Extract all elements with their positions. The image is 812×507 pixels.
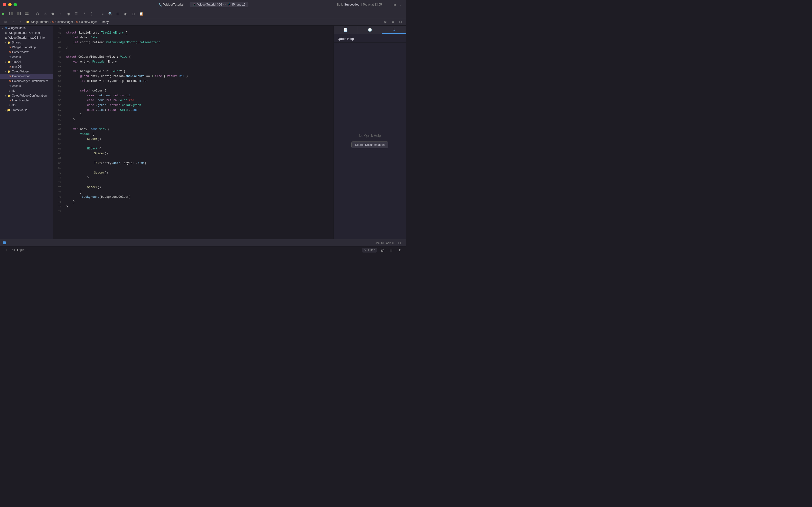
close-button[interactable] [3, 3, 6, 6]
git-button[interactable]: ◐ [122, 10, 129, 17]
search-documentation-button[interactable]: Search Documentation [351, 142, 388, 148]
code-editor[interactable]: 4041struct SimpleEntry: TimelineEntry {4… [53, 25, 334, 239]
sidebar-item-colourwidget-file[interactable]: ⚙ ColourWidget [0, 74, 53, 79]
assistant-btn[interactable]: ⊡ [397, 18, 404, 25]
code-line: 60 [53, 122, 334, 127]
code-text: case .blue: return Color.blue [65, 108, 334, 113]
sidebar-item-colourwidgetconfiguration[interactable]: ▾ 📁 ColourWidgetConfiguration [0, 93, 53, 98]
sidebar-item-frameworks[interactable]: › 📁 Frameworks [0, 108, 53, 113]
sidebar-item-intenthandler[interactable]: ⚙ IntentHandler [0, 98, 53, 103]
output-selector[interactable]: All Output ⌄ [12, 248, 28, 252]
hierarchy-button[interactable]: ⊞ [114, 10, 121, 17]
debug-toggle[interactable] [23, 10, 30, 17]
quick-help-btn[interactable]: ℹ [382, 25, 406, 34]
sidebar-item-label: WidgetTutorial–macOS–Info [8, 36, 45, 39]
scheme-label: WidgetTutorial (iOS) [197, 3, 223, 6]
fullscreen-button[interactable] [13, 3, 17, 6]
quick-help-body: No Quick Help Search Documentation [334, 43, 406, 239]
sidebar-item-label: ColourWidgetConfiguration [12, 94, 47, 97]
sidebar-item-colourwidget-group[interactable]: ▾ 📁 ColourWidget [0, 69, 53, 74]
localize-button[interactable]: ⟩ [88, 10, 95, 17]
report-button[interactable]: 📋 [138, 10, 145, 17]
content-tree-btn[interactable]: ⊞ [2, 18, 9, 25]
code-text: var entry: Provider.Entry [65, 59, 334, 64]
add-output-btn[interactable]: + [3, 247, 10, 253]
line-number: 42 [53, 35, 65, 40]
sidebar-item-macos-group[interactable]: ▾ 📁 macOS [0, 59, 53, 64]
bottom-panel: + All Output ⌄ ⚙ Filter 🗑 ⊞ ⬆ [0, 246, 406, 253]
sidebar-item-widgettutorialapp[interactable]: ⚙ WidgetTutorialApp [0, 45, 53, 50]
sidebar-item-colourwidgetconfig-intent[interactable]: ⚙ ColourWidget...urationIntent [0, 79, 53, 83]
code-text: Spacer() [65, 137, 334, 142]
sidebar-item-contentview[interactable]: ⚙ ContentView [0, 50, 53, 55]
file-hierarchy-button[interactable]: ≡ [99, 10, 106, 17]
split-output-btn[interactable]: ⊞ [388, 247, 394, 253]
fullscreen-toggle-button[interactable]: ⤢ [399, 2, 403, 7]
minimize-button[interactable] [8, 3, 12, 6]
test-button[interactable]: ✓ [57, 10, 64, 17]
line-number: 61 [53, 127, 65, 132]
run-button[interactable]: ▶ [2, 11, 5, 16]
project-name: WidgetTutorial [163, 3, 184, 6]
code-text: } [65, 204, 334, 209]
issue-button[interactable]: ⬟ [50, 10, 56, 17]
sidebar-item-assets2[interactable]: ⬡ Assets [0, 83, 53, 89]
inspector-icons: 📄 🕐 ℹ [334, 25, 406, 34]
breadcrumb-item-0[interactable]: WidgetTutorial [31, 20, 49, 24]
no-quick-help-text: No Quick Help [359, 134, 380, 137]
minimap-btn[interactable]: ≡ [390, 18, 396, 25]
expand-output-btn[interactable]: ⬆ [396, 247, 403, 253]
code-line: 48 [53, 64, 334, 69]
ios-icon: 📱 [193, 3, 196, 6]
scheme-tab[interactable]: 📱 WidgetTutorial (iOS) › 📱 iPhone 12 [190, 2, 248, 7]
breadcrumb-sep-0: › [50, 20, 51, 24]
file-inspector-btn[interactable]: 📄 [334, 25, 358, 34]
breadcrumb-item-2[interactable]: ColourWidget [79, 20, 97, 24]
environment-button[interactable]: ☰ [73, 10, 80, 17]
find-button[interactable]: 🔍 [107, 10, 114, 17]
related-files-btn[interactable]: ⊠ [382, 18, 389, 25]
ci-button[interactable]: ◻ [130, 10, 137, 17]
sidebar-item-info2[interactable]: ℹ Info [0, 103, 53, 108]
swift-file-icon: ⚙ [9, 99, 11, 102]
sidebar-item-ios-info[interactable]: 🗒 WidgetTutorial–iOS–Info [0, 31, 53, 35]
quick-help-header: Quick Help [334, 34, 406, 43]
line-number: 76 [53, 200, 65, 204]
statusbar: Line: 83 Col: 41 ⊡ [0, 239, 406, 246]
scm-button[interactable]: ⑂ [81, 10, 87, 17]
inspector-toggle[interactable] [15, 10, 22, 17]
history-btn[interactable]: 🕐 [358, 25, 382, 34]
sidebar-item-info[interactable]: ℹ Info [0, 89, 53, 93]
svg-rect-4 [24, 12, 29, 13]
code-line: 61 var body: some View { [53, 127, 334, 132]
code-text: let configuration: ColourWidgetConfigura… [65, 40, 334, 45]
clear-output-btn[interactable]: 🗑 [379, 247, 386, 253]
code-line: 68 Text(entry.date, style: .time) [53, 161, 334, 166]
code-line: 43 let configuration: ColourWidgetConfig… [53, 40, 334, 45]
code-text: Spacer() [65, 151, 334, 156]
sidebar-item-assets[interactable]: ⬡ Assets [0, 55, 53, 59]
code-text: Text(entry.date, style: .time) [65, 161, 334, 166]
sidebar-item-macos-info[interactable]: 🗒 WidgetTutorial–macOS–Info [0, 35, 53, 40]
disclosure-icon: ▾ [5, 95, 6, 97]
col-number: Col: 41 [386, 241, 394, 244]
editor-settings-btn[interactable]: ⊡ [396, 239, 403, 246]
traffic-lights [3, 3, 17, 6]
navigator-toggle[interactable] [8, 10, 14, 17]
breakpoint-button[interactable]: ⬡ [34, 10, 41, 17]
sidebar-item-widgettutorial[interactable]: ▾ ⊞ WidgetTutorial [0, 25, 53, 31]
svg-rect-0 [9, 12, 10, 15]
breadcrumb-sep-2: › [98, 20, 99, 24]
code-text: guard entry.configuration.showColours ==… [65, 74, 334, 79]
breadcrumb-item-1[interactable]: ColourWidget [55, 20, 73, 24]
nav-forward-btn[interactable]: › [17, 18, 24, 25]
nav-back-btn[interactable]: ‹ [10, 18, 16, 25]
memory-button[interactable]: ◉ [65, 10, 72, 17]
sidebar-item-macos-file[interactable]: ⚙ macOS [0, 64, 53, 69]
sidebar-item-shared[interactable]: ▾ 📁 Shared [0, 40, 53, 45]
warning-button[interactable]: ⚠ [42, 10, 49, 17]
sidebar-item-label: WidgetTutorial [8, 26, 27, 30]
split-editor-button[interactable]: ⊞ [393, 2, 397, 7]
code-text: } [65, 45, 334, 50]
breadcrumb-current[interactable]: body [102, 20, 109, 24]
